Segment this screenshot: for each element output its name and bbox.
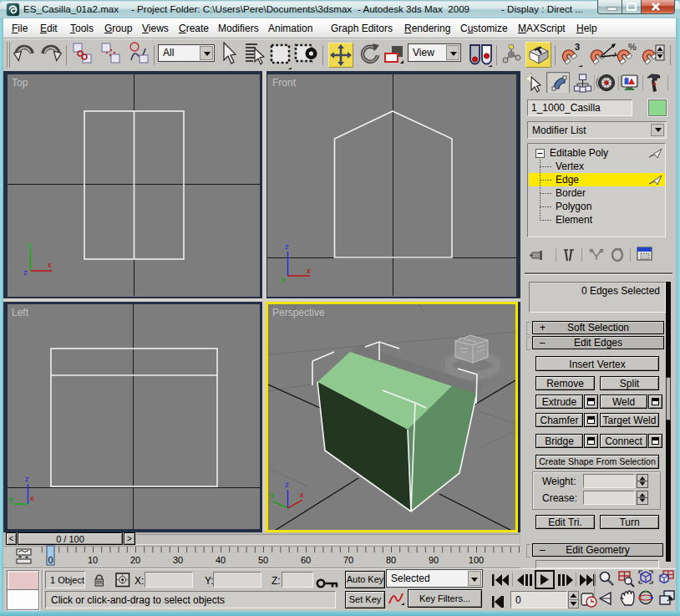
svg-text:0: 0 — [48, 555, 53, 565]
svg-text:3: 3 — [575, 42, 580, 52]
svg-text:20: 20 — [130, 555, 140, 565]
svg-text:z: z — [23, 267, 28, 277]
svg-text:y: y — [9, 494, 13, 503]
svg-text:Front: Front — [272, 77, 297, 89]
svg-text:y: y — [282, 274, 286, 283]
svg-text:60: 60 — [301, 555, 311, 565]
svg-text:Left: Left — [12, 307, 29, 318]
svg-text:Perspective: Perspective — [272, 307, 325, 318]
svg-text:x: x — [307, 266, 311, 275]
svg-text:y: y — [271, 490, 275, 499]
svg-text:100: 100 — [469, 555, 484, 565]
svg-text:90: 90 — [429, 555, 439, 565]
svg-text:50: 50 — [258, 555, 268, 565]
svg-text:z: z — [285, 242, 289, 251]
svg-text:70: 70 — [343, 555, 353, 565]
svg-text:y: y — [28, 240, 32, 249]
svg-text:10: 10 — [88, 555, 98, 565]
svg-text:x: x — [300, 490, 304, 499]
svg-text:40: 40 — [216, 555, 226, 565]
svg-text:80: 80 — [386, 555, 396, 565]
svg-text:Top: Top — [12, 77, 28, 89]
svg-text:x: x — [30, 493, 34, 502]
svg-text:z: z — [25, 474, 29, 483]
svg-text:%: % — [628, 42, 637, 52]
svg-text:x: x — [48, 260, 52, 269]
svg-text:30: 30 — [173, 555, 183, 565]
svg-text:z: z — [285, 480, 289, 489]
